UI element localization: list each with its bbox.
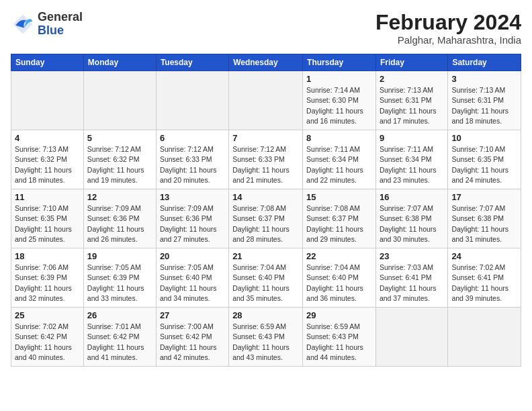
calendar-cell: 28Sunrise: 6:59 AM Sunset: 6:43 PM Dayli… — [229, 308, 303, 367]
calendar-cell: 23Sunrise: 7:03 AM Sunset: 6:41 PM Dayli… — [375, 248, 447, 308]
day-info: Sunrise: 7:04 AM Sunset: 6:40 PM Dayligh… — [306, 263, 372, 304]
day-number: 29 — [306, 310, 372, 320]
day-number: 1 — [306, 74, 372, 84]
day-number: 4 — [15, 133, 80, 143]
day-number: 2 — [380, 74, 444, 84]
weekday-header-monday: Monday — [83, 54, 156, 71]
day-number: 7 — [232, 133, 299, 143]
day-number: 26 — [87, 310, 152, 320]
calendar-cell: 5Sunrise: 7:12 AM Sunset: 6:32 PM Daylig… — [83, 130, 156, 189]
calendar-cell: 15Sunrise: 7:08 AM Sunset: 6:37 PM Dayli… — [303, 189, 376, 248]
day-number: 20 — [160, 251, 225, 261]
day-info: Sunrise: 7:05 AM Sunset: 6:39 PM Dayligh… — [87, 263, 152, 304]
page-header: General Blue February 2024 Palghar, Maha… — [11, 11, 521, 46]
day-info: Sunrise: 7:11 AM Sunset: 6:34 PM Dayligh… — [380, 144, 444, 185]
day-number: 14 — [232, 192, 299, 202]
calendar-table: SundayMondayTuesdayWednesdayThursdayFrid… — [11, 54, 521, 367]
calendar-week-row: 25Sunrise: 7:02 AM Sunset: 6:42 PM Dayli… — [11, 308, 521, 367]
calendar-cell — [156, 71, 228, 130]
day-number: 19 — [87, 251, 152, 261]
weekday-header-tuesday: Tuesday — [156, 54, 228, 71]
calendar-cell: 3Sunrise: 7:13 AM Sunset: 6:31 PM Daylig… — [448, 71, 521, 130]
day-number: 9 — [380, 133, 444, 143]
day-number: 23 — [380, 251, 444, 261]
calendar-cell: 22Sunrise: 7:04 AM Sunset: 6:40 PM Dayli… — [303, 248, 376, 308]
day-number: 15 — [306, 192, 372, 202]
day-number: 13 — [160, 192, 225, 202]
day-number: 28 — [232, 310, 299, 320]
logo-icon — [11, 12, 35, 36]
day-number: 18 — [15, 251, 80, 261]
day-number: 3 — [451, 74, 517, 84]
calendar-cell — [11, 71, 84, 130]
calendar-cell: 11Sunrise: 7:10 AM Sunset: 6:35 PM Dayli… — [11, 189, 84, 248]
day-info: Sunrise: 7:09 AM Sunset: 6:36 PM Dayligh… — [87, 203, 152, 244]
day-info: Sunrise: 7:07 AM Sunset: 6:38 PM Dayligh… — [451, 203, 517, 244]
weekday-header-sunday: Sunday — [11, 54, 84, 71]
calendar-cell: 20Sunrise: 7:05 AM Sunset: 6:40 PM Dayli… — [156, 248, 228, 308]
logo-text: General Blue — [38, 11, 83, 38]
day-info: Sunrise: 7:08 AM Sunset: 6:37 PM Dayligh… — [232, 203, 299, 244]
day-info: Sunrise: 7:13 AM Sunset: 6:32 PM Dayligh… — [15, 144, 80, 185]
day-number: 8 — [306, 133, 372, 143]
day-number: 21 — [232, 251, 299, 261]
day-info: Sunrise: 7:02 AM Sunset: 6:41 PM Dayligh… — [451, 263, 517, 304]
title-area: February 2024 Palghar, Maharashtra, Indi… — [375, 11, 521, 46]
logo: General Blue — [11, 11, 83, 38]
calendar-cell: 12Sunrise: 7:09 AM Sunset: 6:36 PM Dayli… — [83, 189, 156, 248]
calendar-cell: 25Sunrise: 7:02 AM Sunset: 6:42 PM Dayli… — [11, 308, 84, 367]
day-info: Sunrise: 7:13 AM Sunset: 6:31 PM Dayligh… — [380, 85, 444, 126]
calendar-cell: 10Sunrise: 7:10 AM Sunset: 6:35 PM Dayli… — [448, 130, 521, 189]
day-number: 11 — [15, 192, 80, 202]
day-info: Sunrise: 7:10 AM Sunset: 6:35 PM Dayligh… — [15, 203, 80, 244]
day-number: 16 — [380, 192, 444, 202]
day-info: Sunrise: 6:59 AM Sunset: 6:43 PM Dayligh… — [232, 322, 299, 363]
calendar-cell: 21Sunrise: 7:04 AM Sunset: 6:40 PM Dayli… — [229, 248, 303, 308]
calendar-cell: 7Sunrise: 7:12 AM Sunset: 6:33 PM Daylig… — [229, 130, 303, 189]
day-info: Sunrise: 7:14 AM Sunset: 6:30 PM Dayligh… — [306, 85, 372, 126]
calendar-cell: 18Sunrise: 7:06 AM Sunset: 6:39 PM Dayli… — [11, 248, 84, 308]
weekday-header-wednesday: Wednesday — [229, 54, 303, 71]
day-info: Sunrise: 7:12 AM Sunset: 6:32 PM Dayligh… — [87, 144, 152, 185]
calendar-cell: 27Sunrise: 7:00 AM Sunset: 6:42 PM Dayli… — [156, 308, 228, 367]
day-info: Sunrise: 7:08 AM Sunset: 6:37 PM Dayligh… — [306, 203, 372, 244]
day-info: Sunrise: 7:13 AM Sunset: 6:31 PM Dayligh… — [451, 85, 517, 126]
weekday-header-thursday: Thursday — [303, 54, 376, 71]
calendar-week-row: 11Sunrise: 7:10 AM Sunset: 6:35 PM Dayli… — [11, 189, 521, 248]
calendar-cell: 19Sunrise: 7:05 AM Sunset: 6:39 PM Dayli… — [83, 248, 156, 308]
day-info: Sunrise: 7:00 AM Sunset: 6:42 PM Dayligh… — [160, 322, 225, 363]
calendar-cell: 1Sunrise: 7:14 AM Sunset: 6:30 PM Daylig… — [303, 71, 376, 130]
weekday-header-friday: Friday — [375, 54, 447, 71]
calendar-cell: 17Sunrise: 7:07 AM Sunset: 6:38 PM Dayli… — [448, 189, 521, 248]
day-info: Sunrise: 7:05 AM Sunset: 6:40 PM Dayligh… — [160, 263, 225, 304]
calendar-cell — [448, 308, 521, 367]
calendar-week-row: 4Sunrise: 7:13 AM Sunset: 6:32 PM Daylig… — [11, 130, 521, 189]
calendar-cell — [229, 71, 303, 130]
weekday-header-row: SundayMondayTuesdayWednesdayThursdayFrid… — [11, 54, 521, 71]
day-info: Sunrise: 7:10 AM Sunset: 6:35 PM Dayligh… — [451, 144, 517, 185]
weekday-header-saturday: Saturday — [448, 54, 521, 71]
day-number: 12 — [87, 192, 152, 202]
calendar-cell: 8Sunrise: 7:11 AM Sunset: 6:34 PM Daylig… — [303, 130, 376, 189]
day-number: 22 — [306, 251, 372, 261]
day-info: Sunrise: 7:01 AM Sunset: 6:42 PM Dayligh… — [87, 322, 152, 363]
day-number: 10 — [451, 133, 517, 143]
day-info: Sunrise: 7:11 AM Sunset: 6:34 PM Dayligh… — [306, 144, 372, 185]
location-subtitle: Palghar, Maharashtra, India — [375, 34, 521, 46]
calendar-cell: 6Sunrise: 7:12 AM Sunset: 6:33 PM Daylig… — [156, 130, 228, 189]
day-number: 24 — [451, 251, 517, 261]
day-number: 5 — [87, 133, 152, 143]
day-number: 6 — [160, 133, 225, 143]
day-number: 25 — [15, 310, 80, 320]
calendar-cell: 24Sunrise: 7:02 AM Sunset: 6:41 PM Dayli… — [448, 248, 521, 308]
calendar-cell — [83, 71, 156, 130]
calendar-cell — [375, 308, 447, 367]
calendar-cell: 14Sunrise: 7:08 AM Sunset: 6:37 PM Dayli… — [229, 189, 303, 248]
day-info: Sunrise: 6:59 AM Sunset: 6:43 PM Dayligh… — [306, 322, 372, 363]
day-info: Sunrise: 7:06 AM Sunset: 6:39 PM Dayligh… — [15, 263, 80, 304]
calendar-cell: 2Sunrise: 7:13 AM Sunset: 6:31 PM Daylig… — [375, 71, 447, 130]
calendar-cell: 4Sunrise: 7:13 AM Sunset: 6:32 PM Daylig… — [11, 130, 84, 189]
day-info: Sunrise: 7:09 AM Sunset: 6:36 PM Dayligh… — [160, 203, 225, 244]
day-number: 27 — [160, 310, 225, 320]
calendar-cell: 9Sunrise: 7:11 AM Sunset: 6:34 PM Daylig… — [375, 130, 447, 189]
